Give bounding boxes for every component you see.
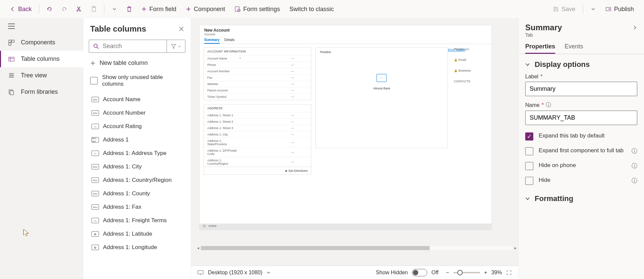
redo-button[interactable] <box>58 3 70 15</box>
form-settings-button[interactable]: Form settings <box>231 4 283 15</box>
form-canvas[interactable]: New Account Account Summary Details ACCO… <box>199 25 492 230</box>
column-item[interactable]: AbcAddress 1: County <box>90 187 188 200</box>
svg-rect-8 <box>12 40 14 42</box>
save-dropdown[interactable] <box>587 3 599 15</box>
scroll-left-button[interactable]: ◄ <box>195 245 201 251</box>
switch-classic-button[interactable]: Switch to classic <box>286 4 337 15</box>
delete-button[interactable] <box>123 3 135 15</box>
field-value: --- <box>291 126 294 130</box>
form-libraries-icon <box>8 89 15 95</box>
nav-components[interactable]: Components <box>0 34 83 51</box>
checkbox-box <box>525 177 533 185</box>
hide-phone-checkbox[interactable]: Hide on phone ⓘ <box>518 159 644 173</box>
filter-button[interactable] <box>167 40 185 52</box>
label-input[interactable] <box>525 82 637 96</box>
field-label: Address 1: Country/Region <box>207 159 238 165</box>
form-field[interactable]: Address 1: ZIP/Postal Code--- <box>204 147 311 157</box>
checkbox-box: ✓ <box>525 132 533 141</box>
column-item[interactable]: AbcAddress 1: Country/Region <box>90 173 188 187</box>
nav-table-columns[interactable]: Table columns <box>0 51 83 67</box>
form-field[interactable]: Phone--- <box>204 62 311 68</box>
zoom-slider[interactable] <box>453 272 480 273</box>
chevron-down-icon <box>525 196 530 201</box>
publish-button[interactable]: Publish <box>602 4 637 15</box>
column-item-label: Address 1: City <box>103 163 142 170</box>
form-field[interactable]: Address 1: Street 1--- <box>204 112 311 118</box>
cut-button[interactable] <box>73 3 85 15</box>
column-item[interactable]: ◐Address 1: Longitude <box>90 241 188 254</box>
name-input[interactable] <box>525 111 637 125</box>
expand-default-checkbox[interactable]: ✓ Expand this tab by default <box>518 129 644 144</box>
column-item[interactable]: Abc defAddress 1 <box>90 133 188 147</box>
toggle-state: Off <box>431 270 438 276</box>
field-label: Account Number <box>207 70 238 73</box>
info-icon[interactable]: ⓘ <box>632 147 637 155</box>
right-item: Primary Co <box>454 47 474 51</box>
zoom-value: 39% <box>491 270 502 276</box>
form-field[interactable]: Account Number--- <box>204 68 311 74</box>
search-input[interactable] <box>103 43 163 50</box>
expand-panel-button[interactable] <box>633 25 637 30</box>
form-tab-details[interactable]: Details <box>224 38 235 44</box>
form-field[interactable]: Address 1: Country/Region--- <box>204 157 311 167</box>
form-field[interactable]: Address 1: Street 3--- <box>204 125 311 131</box>
formatting-header[interactable]: Formatting <box>518 188 644 206</box>
form-field[interactable]: Website--- <box>204 81 311 87</box>
form-field[interactable]: Ticker Symbol--- <box>204 93 311 100</box>
close-panel-button[interactable] <box>179 26 184 32</box>
tab-properties[interactable]: Properties <box>525 43 555 54</box>
unused-only-checkbox[interactable]: Show only unused table columns <box>83 71 191 91</box>
column-item[interactable]: ▭Address 1: Freight Terms <box>90 214 188 227</box>
save-button[interactable]: Save <box>549 4 579 15</box>
info-icon[interactable]: ⓘ <box>546 102 551 109</box>
fit-button[interactable] <box>506 270 512 276</box>
column-item[interactable]: ▭Account Rating <box>90 120 188 133</box>
hamburger-button[interactable] <box>0 18 83 34</box>
new-column-button[interactable]: New table column <box>83 55 191 71</box>
info-icon[interactable]: ⓘ <box>632 162 637 170</box>
form-field-button[interactable]: Form field <box>138 4 180 15</box>
column-item[interactable]: AbcAccount Number <box>90 106 188 120</box>
zoom-in-button[interactable]: + <box>484 270 487 276</box>
expand-first-checkbox[interactable]: Expand first component to full tab ⓘ <box>518 144 644 159</box>
column-item[interactable]: AbcAddress 1: City <box>90 160 188 173</box>
info-icon[interactable]: ⓘ <box>632 177 637 185</box>
horizontal-scrollbar[interactable]: ◄ ► <box>195 245 518 251</box>
get-directions-button[interactable]: ◈ Get Directions <box>204 167 311 175</box>
form-tab-summary[interactable]: Summary <box>204 38 220 44</box>
field-value: --- <box>291 151 294 154</box>
timeline-section[interactable]: Timeline ⋯ Almost there <box>315 47 448 148</box>
paste-button[interactable] <box>88 3 100 15</box>
column-item[interactable]: AbcAddress 1: Fax <box>90 200 188 214</box>
form-field[interactable]: Parent Account--- <box>204 87 311 93</box>
section-head: ADDRESS <box>204 105 311 112</box>
component-button[interactable]: Component <box>182 4 228 15</box>
unused-only-label: Show only unused table columns <box>102 74 184 87</box>
tab-events[interactable]: Events <box>565 43 583 54</box>
show-hidden-toggle[interactable] <box>412 269 427 276</box>
field-label: Address 1: Street 2 <box>207 120 238 123</box>
form-field[interactable]: Address 1: Street 2--- <box>204 118 311 125</box>
display-options-header[interactable]: Display options <box>518 54 644 72</box>
form-field[interactable]: Address 1: City--- <box>204 131 311 137</box>
nav-components-label: Components <box>21 39 55 46</box>
column-item[interactable]: AbcAccount Name <box>90 93 188 106</box>
scroll-right-button[interactable]: ► <box>513 245 518 251</box>
form-field[interactable]: Account Name*--- <box>204 55 311 62</box>
component-label: Component <box>194 6 225 13</box>
hide-checkbox[interactable]: Hide ⓘ <box>518 173 644 188</box>
column-type-icon: ▭ <box>92 151 99 156</box>
column-item[interactable]: ◐Address 1: Latitude <box>90 227 188 241</box>
device-dropdown[interactable] <box>266 271 271 275</box>
zoom-out-button[interactable]: − <box>446 270 449 276</box>
form-field[interactable]: Fax--- <box>204 74 311 81</box>
back-button[interactable]: Back <box>7 4 35 15</box>
paste-dropdown[interactable] <box>108 3 120 15</box>
form-field[interactable]: Address 1: State/Province--- <box>204 137 311 147</box>
table-columns-icon <box>8 56 15 63</box>
nav-form-libraries[interactable]: Form libraries <box>0 84 83 100</box>
column-item[interactable]: ▭Address 1: Address Type <box>90 147 188 160</box>
undo-button[interactable] <box>43 3 56 15</box>
publish-icon <box>605 6 611 12</box>
nav-tree-view[interactable]: Tree view <box>0 67 83 84</box>
